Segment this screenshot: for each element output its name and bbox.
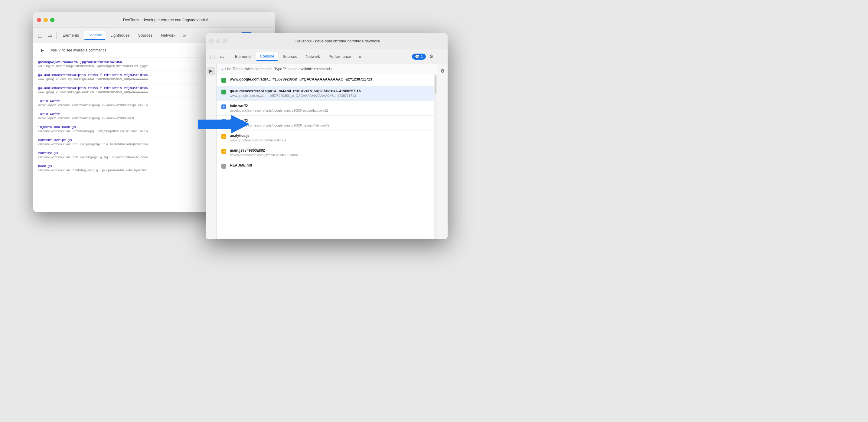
more-options-icon-2[interactable]: ⋮ [437, 52, 445, 61]
tab-network-2[interactable]: Network [302, 52, 324, 60]
tab-performance-2[interactable]: Performance [325, 52, 354, 60]
side-panel-toggle[interactable]: ▶ [207, 66, 215, 75]
console-prompt-2: Use Tab to switch commands. Type '?' to … [225, 67, 332, 71]
resource-icon-2: T [221, 105, 226, 109]
network-item-name-3: latin.woff2 [230, 119, 430, 123]
separator-1 [56, 32, 57, 39]
console-prompt-text-1: Type '?' to see available commands [49, 48, 106, 52]
resource-icon-5: JS [221, 149, 226, 154]
tab-sources-1[interactable]: Sources [134, 31, 156, 39]
expand-icon-1[interactable]: ▶ [38, 46, 46, 55]
tab-console-1[interactable]: Console [84, 31, 105, 40]
side-toggle-col: ▶ [206, 64, 217, 239]
console-header-2: › Use Tab to switch commands. Type '?' t… [217, 64, 437, 74]
traffic-lights-1 [37, 18, 55, 22]
close-button-1[interactable] [37, 18, 41, 22]
close-button-2[interactable] [209, 39, 214, 43]
toolbar-2: ⬚ ▭ Elements Console Sources Network Per… [206, 49, 447, 64]
network-item-content-3: latin.woff2 developer.chrome.com/fonts/g… [230, 119, 430, 127]
window-title-1: DevTools - developer.chrome.com/tags/dev… [59, 18, 272, 22]
tab-console-2[interactable]: Console [256, 52, 278, 61]
network-item-url-3: developer.chrome.com/fonts/google-sans-v… [230, 123, 430, 127]
devtools-window-2: DevTools - developer.chrome.com/tags/dev… [206, 33, 447, 239]
minimize-button-2[interactable] [216, 39, 220, 43]
network-item-url-2: developer.chrome.com/fonts/google-sans-v… [230, 109, 430, 112]
more-tabs-icon-2[interactable]: » [356, 52, 365, 61]
inspect-icon[interactable]: ⬚ [36, 31, 44, 40]
settings-icon-2[interactable]: ⚙ [427, 52, 435, 61]
settings-panel-right: ⚙ [437, 64, 447, 239]
tab-sources-2[interactable]: Sources [279, 52, 301, 60]
maximize-button-1[interactable] [50, 18, 55, 22]
resource-icon-0 [221, 78, 226, 83]
network-item-content-6: README.md [230, 163, 430, 167]
traffic-lights-2 [209, 39, 227, 43]
devtools-body-2: ▶ › Use Tab to switch commands. Type '?'… [206, 64, 447, 239]
badge-count-2: 1 [421, 55, 423, 59]
tab-network-1[interactable]: Network [157, 31, 179, 39]
network-item-content-0: www.google.com/ads/… =1657892085&_u=QACA… [230, 77, 430, 81]
network-item-name-4: analytics.js [230, 134, 430, 138]
network-item-content-2: latin.woff2 developer.chrome.com/fonts/g… [230, 104, 430, 112]
network-item-name-6: README.md [230, 163, 430, 167]
message-badge-2[interactable]: 💬 1 [412, 54, 426, 60]
network-item-content-1: ga-audiences?t=sr&aip=1&_r=4&slf_rd=1&v=… [230, 89, 430, 97]
network-item-1[interactable]: ga-audiences?t=sr&aip=1&_r=4&slf_rd=1&v=… [217, 86, 434, 101]
maximize-button-2[interactable] [223, 39, 227, 43]
chat-icon-2: 💬 [415, 55, 420, 59]
more-tabs-icon-1[interactable]: » [180, 31, 189, 40]
network-item-content-5: main.js?v=9803a802 developer.chrome.com/… [230, 148, 430, 157]
tab-lighthouse-1[interactable]: Lighthouse [107, 31, 133, 39]
titlebar-2: DevTools - developer.chrome.com/tags/dev… [206, 33, 447, 49]
minimize-button-1[interactable] [43, 18, 48, 22]
network-item-url-4: www.google-analytics.com/analytics.js [230, 138, 430, 142]
svg-marker-0 [198, 115, 249, 133]
network-item-0[interactable]: www.google.com/ads/… =1657892085&_u=QACA… [217, 74, 434, 86]
network-item-name-5: main.js?v=9803a802 [230, 148, 430, 152]
network-panel: › Use Tab to switch commands. Type '?' t… [217, 64, 437, 239]
network-item-name-0: www.google.com/ads/… =1657892085&_u=QACA… [230, 77, 430, 81]
settings-gear-icon[interactable]: ⚙ [438, 66, 447, 75]
scrollbar-thumb[interactable] [435, 75, 436, 93]
network-item-5[interactable]: JS main.js?v=9803a802 developer.chrome.c… [217, 145, 434, 160]
resource-icon-6 [221, 164, 226, 169]
window-title-2: DevTools - developer.chrome.com/tags/dev… [232, 39, 444, 43]
tab-elements-1[interactable]: Elements [59, 31, 83, 39]
network-item-url-1: www.google.com.my/a… =1657892085&_u=QACA… [230, 94, 430, 97]
tab-elements-2[interactable]: Elements [231, 52, 255, 60]
device-icon-2[interactable]: ▭ [218, 52, 226, 61]
scrollbar-track[interactable] [434, 74, 437, 239]
titlebar-1: DevTools - developer.chrome.com/tags/dev… [33, 12, 275, 28]
network-item-name-2: latin.woff2 [230, 104, 430, 108]
arrow-container [193, 112, 254, 136]
network-item-name-1: ga-audiences?t=sr&aip=1&_r=4&slf_rd=1&v=… [230, 89, 430, 93]
network-item-6[interactable]: README.md [217, 160, 434, 172]
device-icon[interactable]: ▭ [45, 31, 54, 40]
inspect-icon-2[interactable]: ⬚ [208, 52, 217, 61]
direction-arrow [198, 115, 249, 133]
resource-icon-1 [221, 90, 226, 94]
network-item-content-4: analytics.js www.google-analytics.com/an… [230, 134, 430, 142]
chevron-right-icon[interactable]: › [221, 66, 223, 72]
network-item-url-5: developer.chrome.com/js/main.js?v=9803a8… [230, 153, 430, 157]
